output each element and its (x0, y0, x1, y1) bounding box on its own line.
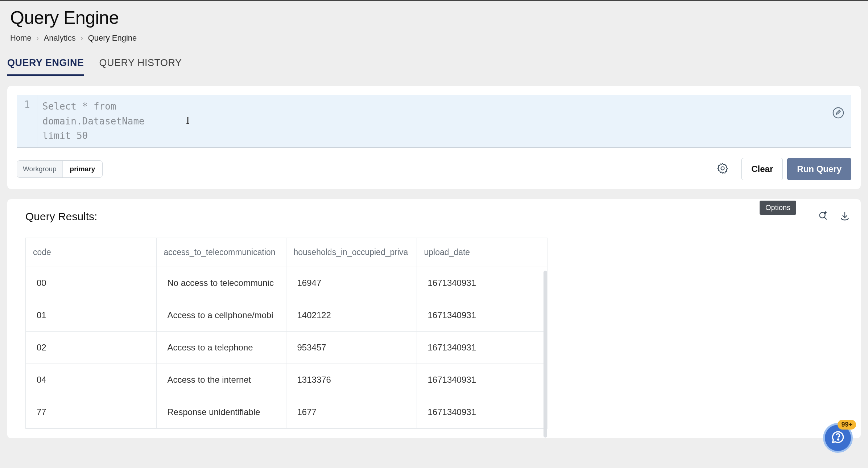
cell-code: 02 (26, 331, 156, 364)
cell-upload: 1671340931 (417, 299, 547, 331)
sql-editor[interactable]: 1 Select * from domain.DatasetName limit… (17, 95, 851, 148)
cell-access: Access to the internet (156, 364, 286, 396)
sql-code[interactable]: Select * from domain.DatasetName limit 5… (37, 95, 851, 147)
clear-button[interactable]: Clear (741, 158, 783, 180)
cell-access: Access to a telephone (156, 331, 286, 364)
svg-point-2 (820, 212, 825, 218)
cell-upload: 1671340931 (417, 267, 547, 299)
svg-point-3 (838, 439, 839, 440)
results-panel: Options Query Results: (7, 199, 861, 438)
cell-households: 16947 (286, 267, 417, 299)
cell-upload: 1671340931 (417, 364, 547, 396)
results-title: Query Results: (25, 210, 97, 223)
table-row[interactable]: 00 No access to telecommunic 16947 16713… (26, 267, 547, 299)
table-row[interactable]: 01 Access to a cellphone/mobi 1402122 16… (26, 299, 547, 331)
cell-code: 00 (26, 267, 156, 299)
chat-help-icon (830, 429, 846, 447)
svg-point-1 (721, 167, 724, 170)
table-row[interactable]: 77 Response unidentifiable 1677 16713409… (26, 396, 547, 428)
query-toolbar: Workgroup primary Clear Run Query (17, 158, 851, 180)
breadcrumb-current: Query Engine (88, 33, 137, 43)
cell-access: Access to a cellphone/mobi (156, 299, 286, 331)
run-query-button[interactable]: Run Query (787, 158, 851, 180)
line-gutter: 1 (17, 95, 37, 147)
download-button[interactable] (838, 210, 851, 223)
table-row[interactable]: 04 Access to the internet 1313376 167134… (26, 364, 547, 396)
cell-code: 01 (26, 299, 156, 331)
download-icon (839, 210, 850, 223)
cell-upload: 1671340931 (417, 396, 547, 428)
cell-households: 1402122 (286, 299, 417, 331)
cell-households: 953457 (286, 331, 417, 364)
cell-code: 04 (26, 364, 156, 396)
cell-households: 1313376 (286, 364, 417, 396)
table-row[interactable]: 02 Access to a telephone 953457 16713409… (26, 331, 547, 364)
cell-access: No access to telecommunic (156, 267, 286, 299)
breadcrumb-home[interactable]: Home (10, 33, 32, 43)
chevron-right-icon: › (37, 34, 39, 42)
settings-button[interactable] (715, 161, 731, 177)
edit-icon[interactable] (832, 107, 844, 121)
table-scrollbar[interactable] (543, 271, 547, 438)
cell-code: 77 (26, 396, 156, 428)
cell-access: Response unidentifiable (156, 396, 286, 428)
workgroup-value: primary (63, 161, 103, 177)
tab-query-engine[interactable]: QUERY ENGINE (7, 57, 84, 76)
text-cursor-icon: I (186, 114, 190, 126)
options-button[interactable] (817, 210, 830, 223)
tab-bar: QUERY ENGINE QUERY HISTORY (0, 47, 868, 76)
column-header[interactable]: households_in_occupied_priva (286, 238, 417, 267)
gear-icon (716, 162, 729, 176)
options-tooltip: Options (760, 201, 796, 215)
table-header-row: code access_to_telecommunication househo… (26, 238, 547, 267)
breadcrumb: Home › Analytics › Query Engine (10, 33, 858, 43)
workgroup-chip[interactable]: Workgroup primary (17, 160, 103, 178)
column-header[interactable]: code (26, 238, 156, 267)
search-sparkle-icon (818, 210, 828, 223)
page-title: Query Engine (10, 7, 858, 28)
query-panel: 1 Select * from domain.DatasetName limit… (7, 86, 861, 189)
workgroup-label: Workgroup (17, 161, 63, 177)
results-table[interactable]: code access_to_telecommunication househo… (25, 238, 547, 429)
support-badge: 99+ (838, 420, 856, 430)
column-header[interactable]: access_to_telecommunication (156, 238, 286, 267)
breadcrumb-analytics[interactable]: Analytics (44, 33, 76, 43)
cell-households: 1677 (286, 396, 417, 428)
support-chat-button[interactable]: 99+ (823, 423, 853, 453)
cell-upload: 1671340931 (417, 331, 547, 364)
column-header[interactable]: upload_date (417, 238, 547, 267)
chevron-right-icon: › (81, 34, 83, 42)
tab-query-history[interactable]: QUERY HISTORY (99, 57, 182, 76)
